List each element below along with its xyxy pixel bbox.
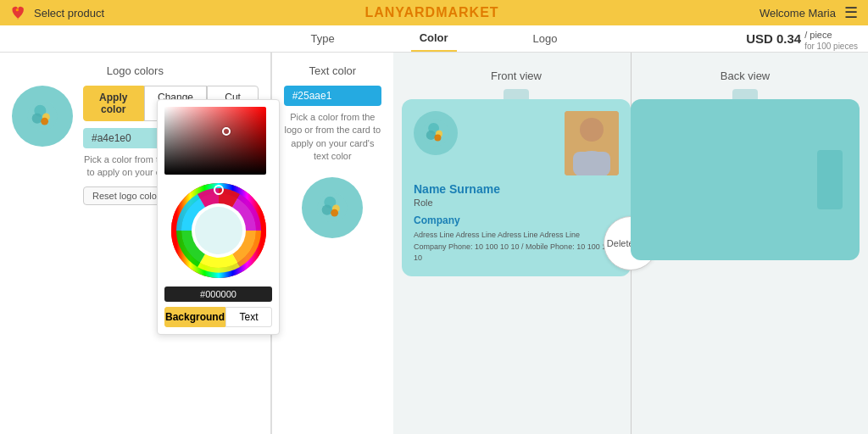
brand-name: LANYARDMARKET [364, 5, 498, 20]
svg-point-13 [322, 204, 332, 214]
color-wheel-container[interactable] [168, 180, 270, 281]
header: Select product LANYARDMARKET Welcome Mar… [0, 0, 868, 25]
card-logo [414, 111, 458, 155]
person-silhouette [565, 111, 619, 175]
color-picker-popup: #000000 Background Text [157, 99, 280, 335]
svg-point-20 [434, 135, 441, 142]
hex-value-display: #000000 [164, 287, 272, 302]
back-card-detail [817, 150, 843, 209]
text-tab[interactable]: Text [225, 307, 272, 327]
right-panel: Text color #25aae1 Pick a color from the… [271, 53, 393, 434]
tab-type[interactable]: Type [302, 25, 342, 52]
apply-color-button[interactable]: Apply color [83, 86, 144, 121]
svg-rect-24 [573, 152, 610, 175]
welcome-text: Welcome Maria [760, 7, 836, 19]
svg-point-18 [426, 131, 436, 140]
text-color-hint: Pick a color from the logo or from the c… [284, 111, 381, 164]
background-tab[interactable]: Background [164, 307, 225, 327]
id-card-top [414, 111, 619, 175]
menu-icon[interactable]: ☰ [844, 3, 858, 22]
card-name: Name Surname [414, 182, 619, 196]
gradient-cursor [222, 127, 231, 136]
svg-point-22 [580, 118, 604, 142]
tab-logo[interactable]: Logo [525, 25, 566, 52]
bg-text-tabs: Background Text [164, 307, 272, 327]
card-holder-front: Name Surname Role Company Adress Line Ad… [402, 89, 631, 276]
color-wheel-svg [168, 180, 270, 281]
text-color-logo-svg [314, 189, 351, 226]
back-view-label: Back view [721, 70, 771, 82]
logo-colors-title: Logo colors [12, 64, 259, 77]
svg-point-15 [331, 209, 339, 216]
svg-point-3 [32, 113, 42, 123]
tab-color[interactable]: Color [411, 25, 457, 52]
front-view: Front view [402, 70, 631, 426]
card-photo [565, 111, 619, 175]
text-color-value: #25aae1 [284, 86, 381, 106]
card-company: Company [414, 214, 619, 226]
text-color-logo-preview [302, 177, 363, 238]
card-logo-svg [419, 116, 453, 150]
brand-logo-icon [10, 4, 27, 21]
left-panel: Logo colors Apply color Change color Cut… [0, 53, 271, 434]
svg-point-9 [195, 207, 242, 254]
svg-point-5 [41, 118, 48, 125]
card-strap-front [504, 89, 529, 99]
front-view-label: Front view [491, 70, 542, 82]
main-content: Logo colors Apply color Change color Cut… [0, 53, 868, 434]
tab-bar: Type Color Logo USD 0.34 / piece for 100… [0, 25, 868, 53]
text-color-title: Text color [309, 64, 357, 77]
card-strap-back [732, 89, 758, 99]
id-card-back[interactable] [631, 99, 860, 260]
svg-point-0 [16, 8, 19, 11]
price-box: USD 0.34 / piece for 100 pieces [736, 25, 868, 52]
logo-preview-circle [12, 86, 73, 147]
price-sub: for 100 pieces [804, 42, 858, 51]
color-gradient-box[interactable] [164, 107, 266, 175]
header-left: Select product [10, 4, 104, 21]
card-holder-back [631, 89, 860, 260]
card-role: Role [414, 198, 619, 208]
id-card-front[interactable]: Name Surname Role Company Adress Line Ad… [402, 99, 631, 276]
price-per: / piece [804, 30, 832, 40]
select-product-link[interactable]: Select product [34, 7, 104, 19]
card-address: Adress Line Adress Line Adress Line Adre… [414, 230, 619, 264]
back-view: Back view [631, 70, 860, 426]
logo-svg-icon [24, 97, 61, 135]
cards-area: Front view [393, 53, 868, 434]
header-right: Welcome Maria ☰ [760, 3, 858, 22]
price-value: USD 0.34 [746, 31, 801, 46]
